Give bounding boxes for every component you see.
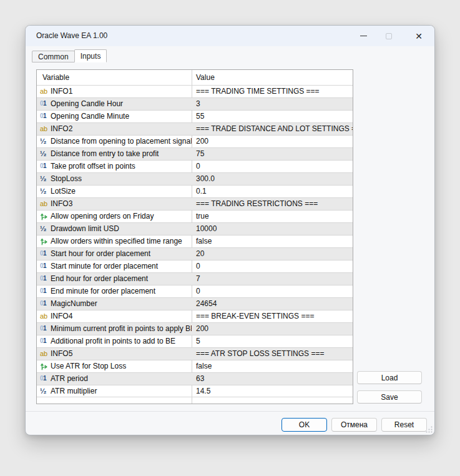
double-type-icon: ¹⁄₂: [40, 151, 46, 157]
table-row[interactable]: Allow orders within specified time range…: [37, 235, 353, 247]
variable-value[interactable]: 3: [192, 99, 353, 108]
table-row[interactable]: 01 Minimum current profit in points to a…: [37, 322, 353, 335]
table-row[interactable]: ab INFO2 === TRADE DISTANCE AND LOT SETT…: [37, 122, 353, 135]
variable-name: Distance from entry to take profit: [51, 149, 159, 158]
variable-value[interactable]: 300.0: [192, 174, 353, 183]
variable-name: INFO3: [51, 199, 72, 208]
variable-value[interactable]: true: [192, 212, 353, 221]
boolean-branch-arrow-icon: [40, 212, 48, 221]
reset-button[interactable]: Reset: [381, 418, 427, 432]
variable-value[interactable]: 14.5: [192, 387, 353, 395]
save-button[interactable]: Save: [357, 390, 422, 404]
variable-name: INFO1: [51, 87, 72, 96]
variable-name: StopLoss: [51, 174, 82, 183]
string-type-icon: ab: [40, 88, 47, 95]
tab-common[interactable]: Common: [32, 51, 75, 62]
variable-value[interactable]: 200: [192, 324, 353, 333]
variable-value[interactable]: 75: [192, 149, 353, 158]
variable-value[interactable]: 0: [192, 162, 353, 171]
maximize-icon: [386, 33, 392, 39]
variable-name: INFO5: [51, 349, 72, 358]
variable-name: Additional profit in points to add to BE: [51, 337, 175, 345]
table-row[interactable]: Allow opening orders on Friday true: [37, 210, 353, 222]
header-value: Value: [192, 73, 353, 82]
variable-name: MagicNumber: [51, 299, 97, 308]
variable-value[interactable]: 200: [192, 137, 353, 146]
variable-name: Opening Candle Hour: [51, 99, 123, 108]
variable-name: Take profit offset in points: [51, 162, 135, 171]
table-row[interactable]: ¹⁄₂ ATR multiplier 14.5: [37, 385, 353, 397]
variable-value[interactable]: === TRADING TIME SETTINGS ===: [192, 87, 353, 96]
variable-name: INFO4: [51, 312, 72, 320]
table-row[interactable]: 01 Start minute for order placement 0: [37, 260, 353, 272]
variable-name: Minimum current profit in points to appl…: [51, 324, 192, 333]
table-row[interactable]: ¹⁄₂ LotSize 0.1: [37, 185, 353, 197]
double-type-icon: ¹⁄₂: [40, 138, 46, 145]
variable-name: ATR multiplier: [51, 387, 97, 395]
variable-name: Allow orders within specified time range: [51, 237, 182, 245]
tab-inputs[interactable]: Inputs: [74, 49, 107, 62]
table-row[interactable]: ab INFO5 === ATR STOP LOSS SETTINGS ===: [37, 347, 353, 360]
variable-value[interactable]: === TRADING RESTRICTIONS ===: [192, 199, 353, 208]
window-title: Oracle Wave EA 1.00: [36, 31, 107, 40]
load-button[interactable]: Load: [357, 371, 422, 384]
variable-value[interactable]: === BREAK-EVEN SETTINGS ===: [192, 312, 353, 320]
variable-value[interactable]: 0: [192, 262, 353, 270]
double-type-icon: ¹⁄₂: [40, 226, 46, 232]
table-row[interactable]: ab INFO4 === BREAK-EVEN SETTINGS ===: [37, 310, 353, 322]
minimize-icon: [360, 36, 367, 36]
table-row[interactable]: ¹⁄₂ Distance from entry to take profit 7…: [37, 147, 353, 160]
table-row[interactable]: 01 Opening Candle Hour 3: [37, 97, 353, 110]
titlebar[interactable]: Oracle Wave EA 1.00 ✕: [26, 26, 434, 46]
resize-grip[interactable]: [426, 426, 433, 433]
table-row[interactable]: ¹⁄₂ Drawdown limit USD 10000: [37, 222, 353, 235]
close-button[interactable]: ✕: [406, 26, 432, 46]
table-row[interactable]: 01 ATR period 63: [37, 372, 353, 385]
variable-value[interactable]: 7: [192, 274, 353, 283]
variable-value[interactable]: 24654: [192, 299, 353, 308]
table-row[interactable]: 01 End hour for order placement 7: [37, 272, 353, 285]
variable-name: LotSize: [51, 187, 76, 196]
table-row[interactable]: 01 Opening Candle Minute 55: [37, 110, 353, 122]
integer-type-icon: 01: [40, 101, 46, 107]
ea-inputs-dialog: Oracle Wave EA 1.00 ✕ Common Inputs Vari…: [25, 25, 435, 435]
variable-name: Drawdown limit USD: [51, 224, 119, 233]
minimize-button[interactable]: [350, 26, 376, 46]
table-rows: ab INFO1 === TRADING TIME SETTINGS === 0…: [37, 85, 353, 397]
variable-value[interactable]: === ATR STOP LOSS SETTINGS ===: [192, 349, 353, 358]
table-row[interactable]: ¹⁄₂ StopLoss 300.0: [37, 172, 353, 185]
integer-type-icon: 01: [40, 163, 46, 169]
table-row[interactable]: ab INFO3 === TRADING RESTRICTIONS ===: [37, 197, 353, 210]
variable-name: INFO2: [51, 124, 72, 133]
variable-value[interactable]: false: [192, 362, 353, 370]
table-row[interactable]: Use ATR for Stop Loss false: [37, 360, 353, 372]
variable-value[interactable]: 5: [192, 337, 353, 345]
cancel-button[interactable]: Отмена: [331, 418, 377, 432]
variable-name: End hour for order placement: [51, 274, 148, 283]
table-row[interactable]: ab INFO1 === TRADING TIME SETTINGS ===: [37, 85, 353, 97]
variable-value[interactable]: 55: [192, 112, 353, 121]
variable-name: Use ATR for Stop Loss: [51, 362, 126, 370]
string-type-icon: ab: [40, 126, 47, 132]
table-row[interactable]: ¹⁄₂ Distance from opening to placement s…: [37, 135, 353, 147]
variable-value[interactable]: false: [192, 237, 353, 245]
ok-button[interactable]: OK: [281, 418, 327, 432]
variable-value[interactable]: 0: [192, 287, 353, 295]
integer-type-icon: 01: [40, 375, 46, 382]
variable-value[interactable]: 0.1: [192, 187, 353, 196]
close-icon: ✕: [415, 32, 423, 41]
integer-type-icon: 01: [40, 263, 46, 269]
header-variable: Variable: [37, 73, 192, 82]
integer-type-icon: 01: [40, 275, 46, 282]
integer-type-icon: 01: [40, 300, 46, 307]
variable-value[interactable]: 20: [192, 249, 353, 258]
table-row[interactable]: 01 End minute for order placement 0: [37, 285, 353, 297]
table-row[interactable]: 01 MagicNumber 24654: [37, 297, 353, 310]
table-row[interactable]: 01 Take profit offset in points 0: [37, 160, 353, 172]
table-row[interactable]: 01 Additional profit in points to add to…: [37, 335, 353, 347]
variable-value[interactable]: === TRADE DISTANCE AND LOT SETTINGS ===: [192, 124, 353, 133]
maximize-button: [376, 26, 402, 46]
variable-value[interactable]: 63: [192, 374, 353, 383]
table-row[interactable]: 01 Start hour for order placement 20: [37, 247, 353, 260]
variable-value[interactable]: 10000: [192, 224, 353, 233]
